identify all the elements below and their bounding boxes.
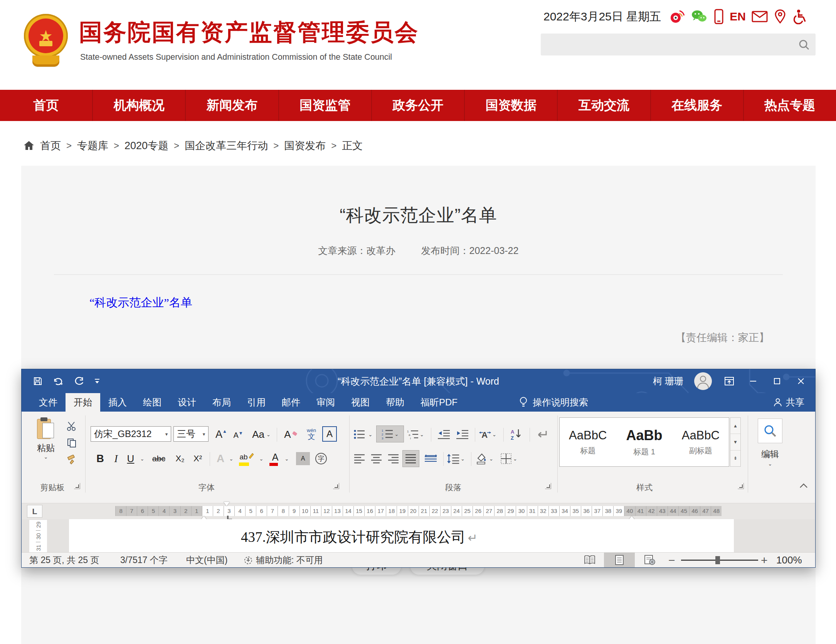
print-layout-button[interactable]	[604, 553, 635, 567]
accessibility-icon[interactable]	[792, 9, 806, 24]
nav-item[interactable]: 首页	[0, 90, 93, 121]
nav-item[interactable]: 政务公开	[372, 90, 465, 121]
document-page[interactable]: 437.深圳市市政设计研究院有限公司↵	[69, 519, 734, 552]
paste-dropdown-caret[interactable]: ⌄	[44, 454, 48, 460]
redo-icon[interactable]	[74, 377, 84, 386]
nav-item[interactable]: 国资数据	[465, 90, 558, 121]
wechat-icon[interactable]	[690, 9, 708, 24]
font-color-button[interactable]: A	[268, 451, 282, 466]
increase-indent-button[interactable]	[454, 427, 471, 442]
ribbon-tab[interactable]: 开始	[66, 393, 100, 412]
mail-icon[interactable]	[752, 10, 768, 23]
search-input[interactable]	[541, 34, 792, 55]
location-icon[interactable]	[774, 9, 787, 24]
ribbon-tab[interactable]: 福昕PDF	[412, 393, 466, 412]
font-color-caret[interactable]: ⌄	[283, 451, 291, 466]
highlight-button[interactable]: ab	[238, 451, 255, 466]
ribbon-tab[interactable]: 插入	[100, 393, 135, 412]
enclose-characters-button[interactable]: 字	[314, 451, 328, 466]
bold-button[interactable]: B	[93, 451, 107, 466]
nav-item[interactable]: 新闻发布	[186, 90, 279, 121]
ribbon-tab[interactable]: 邮件	[274, 393, 308, 412]
home-icon[interactable]	[23, 140, 35, 151]
save-icon[interactable]	[33, 377, 42, 386]
sort-button[interactable]: AZ	[508, 427, 526, 442]
distribute-button[interactable]	[422, 451, 439, 466]
nav-item[interactable]: 机构概况	[93, 90, 186, 121]
ribbon-display-options-icon[interactable]	[723, 373, 736, 389]
breadcrumb-item[interactable]: 首页	[40, 139, 61, 153]
first-line-indent-marker[interactable]	[224, 502, 230, 506]
breadcrumb-item[interactable]: 正文	[342, 139, 363, 153]
shading-bucket-button[interactable]: ⌄	[475, 451, 493, 466]
search-icon[interactable]	[792, 34, 816, 55]
styles-more-button[interactable]: ⇟	[730, 451, 740, 466]
align-left-button[interactable]	[352, 451, 367, 466]
nav-item[interactable]: 在线服务	[651, 90, 744, 121]
breadcrumb-item[interactable]: 国资发布	[284, 139, 326, 153]
minimize-button[interactable]	[747, 373, 760, 389]
ribbon-tab[interactable]: 引用	[239, 393, 274, 412]
english-link[interactable]: EN	[730, 10, 746, 23]
styles-scroll-down[interactable]: ▼	[730, 434, 740, 450]
tell-me-search[interactable]: 操作说明搜索	[519, 393, 588, 412]
underline-dropdown-caret[interactable]: ⌄	[138, 451, 146, 466]
ribbon-tab[interactable]: 视图	[343, 393, 378, 412]
character-shading-button[interactable]: A	[296, 452, 310, 465]
editing-caret[interactable]: ⌄	[768, 461, 772, 467]
format-painter-icon[interactable]	[65, 455, 79, 465]
undo-icon[interactable]	[52, 377, 64, 386]
breadcrumb-item[interactable]: 专题库	[77, 139, 108, 153]
highlight-caret[interactable]: ⌄	[257, 451, 265, 466]
show-marks-button[interactable]	[533, 427, 550, 442]
mobile-icon[interactable]	[714, 9, 724, 24]
clear-formatting-button[interactable]: A	[282, 427, 299, 442]
ribbon-tab[interactable]: 帮助	[378, 393, 412, 412]
align-right-button[interactable]	[386, 451, 401, 466]
accessibility-status[interactable]: 辅助功能: 不可用	[244, 553, 323, 568]
asian-layout-button[interactable]: A ⌄	[479, 427, 496, 442]
subscript-button[interactable]: X₂	[172, 451, 188, 466]
shrink-font-button[interactable]: A▼	[231, 429, 246, 442]
change-case-button[interactable]: Aa⌄	[250, 427, 273, 442]
language-indicator[interactable]: 中文(中国)	[186, 553, 227, 568]
read-mode-button[interactable]	[580, 553, 600, 567]
multilevel-list-button[interactable]: 1ai ⌄	[407, 427, 424, 442]
weibo-icon[interactable]	[669, 9, 685, 24]
page-indicator[interactable]: 第 25 页, 共 25 页	[29, 553, 99, 568]
bullets-button[interactable]	[352, 427, 367, 442]
line-spacing-button[interactable]: ⌄	[447, 451, 465, 466]
font-size-combobox[interactable]: 三号▾	[173, 426, 209, 442]
styles-scroll-up[interactable]: ▲	[730, 418, 740, 434]
nav-item[interactable]: 国资监管	[279, 90, 372, 121]
breadcrumb-item[interactable]: 2020专题	[124, 139, 168, 153]
paste-button[interactable]: 粘贴 ⌄	[33, 417, 59, 475]
text-effects-caret[interactable]: ⌄	[227, 451, 235, 466]
ribbon-tab[interactable]: 设计	[170, 393, 204, 412]
zoom-in-button[interactable]: +	[761, 553, 768, 568]
maximize-button[interactable]	[770, 373, 784, 389]
grow-font-button[interactable]: A▲	[214, 427, 229, 442]
document-text-line[interactable]: 437.深圳市市政设计研究院有限公司↵	[241, 528, 478, 547]
attachment-link[interactable]: “科改示范企业”名单	[89, 295, 192, 311]
cut-icon[interactable]	[65, 421, 79, 431]
collapse-ribbon-icon[interactable]	[798, 481, 809, 490]
nav-item[interactable]: 热点专题	[744, 90, 836, 121]
tab-selector[interactable]: L	[27, 505, 42, 518]
zoom-percentage[interactable]: 100%	[776, 553, 802, 568]
superscript-button[interactable]: X²	[190, 451, 206, 466]
style-item[interactable]: AaBbC副标题	[673, 418, 729, 466]
strikethrough-button[interactable]: abc	[149, 451, 169, 466]
nav-item[interactable]: 互动交流	[558, 90, 651, 121]
find-button[interactable]	[758, 419, 782, 443]
paragraph-dialog-launcher[interactable]	[545, 483, 551, 489]
numbering-button[interactable]: 123 ⌄	[376, 425, 404, 442]
font-name-combobox[interactable]: 仿宋_GB2312▾	[91, 426, 171, 442]
word-count[interactable]: 3/7517 个字	[120, 553, 168, 568]
zoom-out-button[interactable]: −	[668, 553, 675, 568]
zoom-slider-handle[interactable]	[715, 556, 720, 564]
italic-button[interactable]: I	[109, 451, 123, 466]
ribbon-tab[interactable]: 审阅	[308, 393, 343, 412]
ribbon-tab[interactable]: 布局	[204, 393, 239, 412]
text-effects-button[interactable]: A	[214, 451, 227, 466]
